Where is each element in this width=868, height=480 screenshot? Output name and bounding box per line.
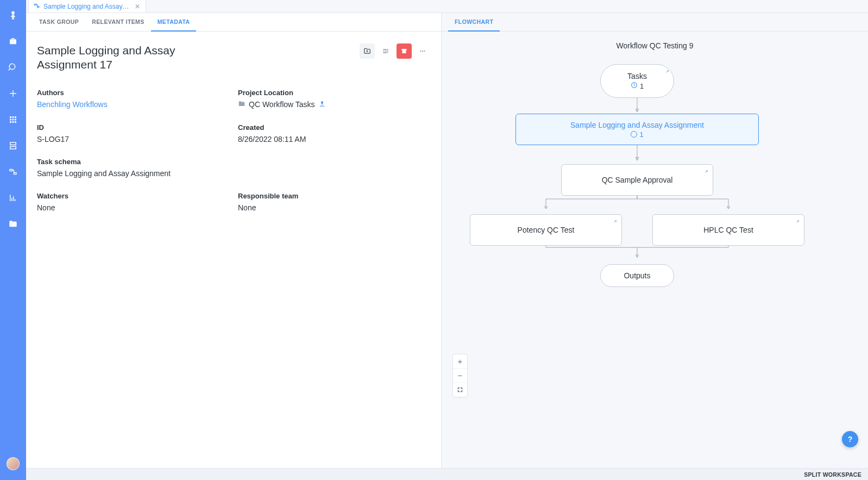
title-action-bar	[360, 43, 430, 59]
analytics-icon[interactable]	[0, 185, 26, 211]
apps-grid-icon[interactable]	[0, 107, 26, 133]
page-title: Sample Logging and Assay Assignment 17	[37, 43, 200, 72]
id-value: S-LOG17	[37, 135, 227, 144]
node-potency-label: Potency QC Test	[518, 226, 575, 234]
user-avatar[interactable]	[7, 457, 20, 470]
watchers-value: None	[37, 203, 227, 212]
move-to-folder-button[interactable]	[360, 43, 375, 59]
status-ring-icon	[631, 131, 637, 138]
zoom-out-button[interactable]: −	[453, 369, 467, 383]
help-button[interactable]: ?	[842, 431, 858, 447]
node-tasks-count: 1	[640, 82, 644, 90]
id-label: ID	[37, 123, 227, 132]
left-nav-sidebar	[0, 0, 26, 480]
workflow-icon[interactable]	[0, 159, 26, 185]
node-potency[interactable]: Potency QC Test	[470, 214, 622, 246]
clock-icon	[631, 82, 638, 90]
settings-sliders-button[interactable]	[378, 43, 393, 59]
project-location-value[interactable]: QC Workflow Tasks	[249, 100, 315, 109]
document-tab[interactable]: Sample Logging and Assay Ass… ✕	[28, 0, 146, 13]
task-schema-value: Sample Logging and Assay Assignment	[37, 169, 227, 178]
field-project-location: Project Location QC Workflow Tasks	[238, 89, 430, 109]
svg-point-1	[422, 51, 423, 52]
node-hplc-label: HPLC QC Test	[703, 226, 753, 234]
node-tasks[interactable]: Tasks 1	[600, 64, 674, 98]
node-sample-logging[interactable]: Sample Logging and Assay Assignment 1	[515, 114, 759, 145]
created-label: Created	[238, 123, 430, 132]
flowchart-panel: FLOWCHART Workflow QC Testing 9	[442, 13, 868, 468]
tab-task-group[interactable]: TASK GROUP	[33, 13, 85, 32]
flowchart-title: Workflow QC Testing 9	[442, 32, 868, 60]
zoom-fit-button[interactable]	[453, 383, 467, 397]
node-sample-count: 1	[639, 130, 643, 139]
field-watchers: Watchers None	[37, 192, 227, 212]
tab-metadata[interactable]: METADATA	[151, 13, 197, 32]
document-tabstrip: Sample Logging and Assay Ass… ✕	[26, 0, 868, 13]
field-id: ID S-LOG17	[37, 123, 227, 144]
workflow-tab-icon	[33, 2, 40, 11]
flowchart-canvas[interactable]: Workflow QC Testing 9	[442, 32, 868, 468]
metadata-panel: TASK GROUP RELEVANT ITEMS METADATA Sampl…	[26, 13, 442, 468]
node-outputs-label: Outputs	[624, 271, 650, 280]
authors-label: Authors	[37, 89, 227, 97]
folder-icon[interactable]	[0, 211, 26, 237]
expand-icon[interactable]	[703, 168, 708, 177]
folder-gray-icon	[238, 100, 246, 109]
storage-icon[interactable]	[0, 133, 26, 159]
svg-point-0	[420, 51, 422, 52]
expand-icon[interactable]	[794, 218, 800, 227]
team-label: Responsible team	[238, 192, 430, 200]
archive-delete-button[interactable]	[397, 43, 412, 59]
close-tab-icon[interactable]: ✕	[134, 3, 141, 10]
node-sample-label: Sample Logging and Assay Assignment	[570, 121, 704, 129]
node-hplc[interactable]: HPLC QC Test	[652, 214, 804, 246]
team-value: None	[238, 203, 430, 212]
tab-relevant-items[interactable]: RELEVANT ITEMS	[85, 13, 150, 32]
svg-point-2	[424, 51, 425, 52]
node-qc-approval[interactable]: QC Sample Approval	[561, 164, 713, 196]
field-task-schema: Task schema Sample Logging and Assay Ass…	[37, 158, 227, 178]
field-created: Created 8/26/2022 08:11 AM	[238, 123, 430, 144]
tab-flowchart[interactable]: FLOWCHART	[448, 13, 500, 32]
footer-bar: SPLIT WORKSPACE	[26, 468, 868, 480]
field-authors: Authors Benchling Workflows	[37, 89, 227, 109]
logo-icon[interactable]	[0, 2, 26, 28]
zoom-controls: + −	[452, 354, 468, 397]
briefcase-icon[interactable]	[0, 28, 26, 54]
upload-icon[interactable]	[318, 100, 326, 109]
expand-icon[interactable]	[664, 68, 669, 77]
left-subtab-bar: TASK GROUP RELEVANT ITEMS METADATA	[26, 13, 441, 32]
watchers-label: Watchers	[37, 192, 227, 200]
more-menu-button[interactable]	[415, 43, 430, 59]
project-location-label: Project Location	[238, 89, 430, 97]
zoom-in-button[interactable]: +	[453, 354, 467, 369]
node-outputs[interactable]: Outputs	[600, 264, 674, 287]
split-workspace-button[interactable]: SPLIT WORKSPACE	[804, 471, 861, 478]
task-schema-label: Task schema	[37, 158, 227, 166]
plus-icon[interactable]	[0, 80, 26, 107]
node-approval-label: QC Sample Approval	[602, 176, 673, 184]
created-value: 8/26/2022 08:11 AM	[238, 135, 430, 144]
expand-icon[interactable]	[612, 218, 617, 227]
node-tasks-label: Tasks	[627, 72, 647, 80]
field-responsible-team: Responsible team None	[238, 192, 430, 212]
authors-value[interactable]: Benchling Workflows	[37, 100, 227, 109]
search-icon[interactable]	[0, 54, 26, 80]
document-tab-label: Sample Logging and Assay Ass…	[43, 3, 130, 10]
